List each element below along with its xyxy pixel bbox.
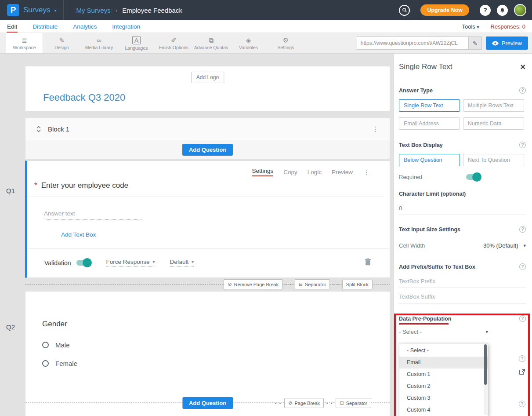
separator-button[interactable]: ⊟ Separator: [295, 279, 330, 289]
dropdown-option-select[interactable]: - Select -: [399, 345, 488, 357]
textbox-suffix-input[interactable]: [399, 292, 526, 303]
question-tab-preview[interactable]: Preview: [332, 169, 353, 175]
product-menu[interactable]: P Surveys ▾: [0, 0, 64, 20]
workspace-icon: ≣: [22, 36, 27, 44]
question-number-q2: Q2: [6, 323, 15, 331]
question-text-q1[interactable]: Enter your employee code: [41, 181, 128, 190]
dropdown-scrollbar: [484, 344, 487, 415]
dropdown-option-email[interactable]: Email: [399, 357, 488, 369]
block-name[interactable]: Block 1: [48, 125, 69, 133]
breadcrumb-my-surveys[interactable]: My Surveys: [76, 7, 110, 14]
block-header: Block 1 ⋮: [25, 118, 390, 140]
tab-integration[interactable]: Integration: [112, 22, 141, 33]
text-input-size-label: Text Input Size Settings: [399, 226, 460, 233]
question-tab-copy[interactable]: Copy: [283, 169, 297, 175]
tab-distribute[interactable]: Distribute: [32, 22, 58, 33]
design-icon: ✎: [59, 36, 65, 44]
radio-female[interactable]: [42, 360, 49, 367]
add-question-button-bottom[interactable]: Add Question: [182, 397, 233, 409]
question-tab-logic[interactable]: Logic: [308, 169, 322, 175]
textbox-prefix-input[interactable]: [399, 276, 526, 288]
display-next-to-question[interactable]: Next To Question: [463, 154, 524, 166]
toolbar-item-settings[interactable]: ⚙ Settings: [267, 33, 304, 53]
close-panel-icon[interactable]: ✕: [520, 63, 526, 71]
survey-title[interactable]: Feedback Q3 2020: [43, 92, 125, 103]
answer-type-single-row[interactable]: Single Row Text: [399, 99, 460, 112]
radio-male[interactable]: [42, 342, 49, 348]
text-box-display-help-icon[interactable]: ?: [519, 142, 526, 148]
validation-row: Validation Force Response ▾ Default ▾: [27, 249, 390, 277]
character-limit-input[interactable]: [399, 203, 526, 215]
dropdown-scrollbar-thumb[interactable]: [484, 344, 487, 385]
toolbar-right: ✎ Preview: [357, 33, 532, 53]
data-prepopulation-help-icon[interactable]: ?: [519, 315, 526, 322]
answer-text-placeholder[interactable]: Answer text: [44, 210, 142, 220]
add-logo-button[interactable]: Add Logo: [191, 72, 224, 83]
toolbar-item-advance-quotas[interactable]: ⧉ Advance Quotas: [192, 33, 230, 53]
split-block-button[interactable]: Split Block: [342, 280, 373, 289]
answer-type-email[interactable]: Email Address: [399, 117, 460, 130]
responses-count[interactable]: Responses: 0: [491, 23, 526, 30]
question-menu-icon[interactable]: ⋮: [363, 168, 370, 176]
toolbar-item-design[interactable]: ✎ Design: [43, 33, 80, 53]
hidden-section-help-icon[interactable]: ?: [519, 355, 525, 362]
prefix-suffix-help-icon[interactable]: ?: [519, 263, 526, 270]
question-text-q2[interactable]: Gender: [42, 320, 390, 328]
toolbar-item-languages[interactable]: A Languages: [118, 33, 155, 53]
delete-question-icon[interactable]: [365, 258, 371, 267]
notifications-bell-icon[interactable]: [497, 5, 508, 16]
survey-url-input[interactable]: [357, 40, 468, 46]
validation-label: Validation: [44, 259, 71, 266]
cell-width-value[interactable]: 30% (Default): [483, 242, 518, 249]
topbar-actions: Upgrade Now ?: [399, 4, 532, 16]
toolbar-label: Languages: [125, 45, 148, 51]
preview-button[interactable]: Preview: [486, 36, 528, 50]
answer-type-help-icon[interactable]: ?: [519, 87, 526, 94]
question-tab-settings[interactable]: Settings: [252, 168, 273, 176]
breadcrumb: My Surveys › Employee Feedback: [76, 7, 182, 14]
dropdown-option-custom4[interactable]: Custom 4: [399, 404, 488, 416]
question-tabs: Settings Copy Logic Preview ⋮: [27, 161, 390, 176]
add-question-button[interactable]: Add Question: [182, 144, 233, 156]
separator-button-bottom[interactable]: ⊟ Separator: [336, 398, 371, 408]
default-caret-icon: ▾: [192, 259, 194, 264]
toolbar-item-variables[interactable]: ◈ Variables: [230, 33, 267, 53]
languages-icon: A: [132, 36, 140, 44]
block-menu-icon[interactable]: ⋮: [372, 125, 379, 133]
tools-menu[interactable]: Tools ▾: [462, 23, 479, 30]
add-text-box-link[interactable]: Add Text Box: [61, 231, 96, 238]
question-number-q1: Q1: [6, 187, 15, 194]
user-avatar[interactable]: [514, 4, 526, 16]
settings-icon: ⚙: [283, 36, 289, 44]
separator-icon: ⊟: [299, 281, 303, 287]
cell-width-caret-icon[interactable]: ▾: [523, 243, 526, 248]
edit-url-pencil-icon[interactable]: ✎: [468, 37, 481, 49]
display-below-question[interactable]: Below Question: [399, 154, 460, 166]
tab-edit[interactable]: Edit: [7, 22, 18, 33]
answer-type-multiple-rows[interactable]: Multiple Rows Text: [463, 99, 524, 112]
external-link-icon[interactable]: [519, 369, 525, 377]
dropdown-option-custom3[interactable]: Custom 3: [399, 392, 488, 404]
search-icon[interactable]: [399, 5, 410, 16]
toolbar-item-media-library[interactable]: ∞ Media Library: [80, 33, 118, 53]
prefix-suffix-label: Add Prefix/Suffix To Text Box: [399, 264, 475, 270]
hidden-section-help-icon[interactable]: ?: [519, 401, 525, 407]
answer-type-numeric[interactable]: Numeric Data: [463, 117, 524, 130]
toolbar-item-finish-options[interactable]: ✐ Finish Options: [155, 33, 192, 53]
validation-toggle[interactable]: [76, 260, 91, 266]
text-input-size-help-icon[interactable]: ?: [519, 226, 526, 233]
toolbar-item-workspace[interactable]: ≣ Workspace: [6, 33, 43, 53]
force-response-dropdown[interactable]: Force Response ▾: [106, 259, 155, 267]
help-icon[interactable]: ?: [480, 5, 491, 16]
default-dropdown[interactable]: Default ▾: [170, 259, 194, 267]
dropdown-option-custom1[interactable]: Custom 1: [399, 369, 488, 380]
tab-analytics[interactable]: Analytics: [72, 22, 97, 33]
remove-page-break-button[interactable]: ⊘ Remove Page Break: [224, 279, 282, 289]
upgrade-now-button[interactable]: Upgrade Now: [420, 4, 469, 16]
page-break-button[interactable]: ⊘ Page Break: [284, 398, 324, 408]
dropdown-option-custom2[interactable]: Custom 2: [399, 380, 488, 392]
collapse-block-icon[interactable]: [36, 126, 41, 132]
data-prepopulation-select[interactable]: - Select - ▾: [399, 328, 488, 338]
nav-right: Tools ▾ Responses: 0: [462, 23, 525, 33]
required-toggle[interactable]: [466, 174, 481, 180]
